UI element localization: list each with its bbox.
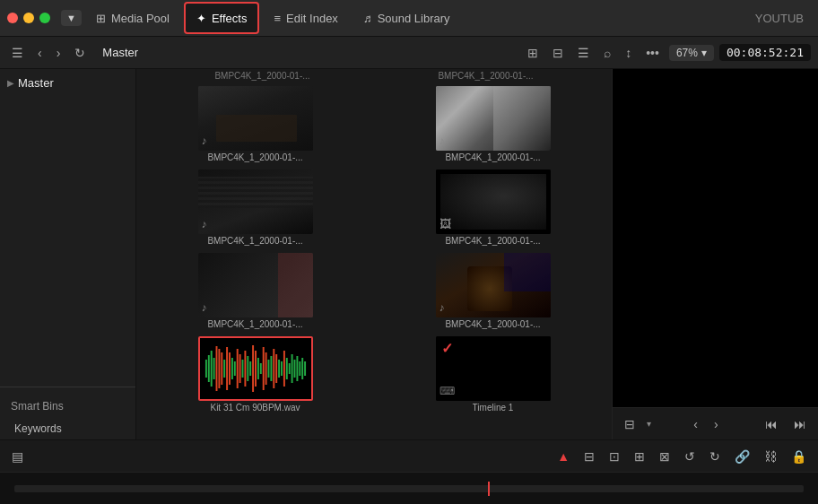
media-item-3[interactable]: ♪ BMPC4K_1_2000-01-... [136, 166, 374, 249]
thumbnail-2: ♪ [436, 86, 551, 151]
grid-view-btn[interactable]: ⊞ [523, 44, 543, 62]
insert-btn[interactable]: ⊟ [579, 448, 599, 465]
svg-rect-28 [278, 360, 280, 378]
media-item-2[interactable]: ♪ BMPC4K_1_2000-01-... [374, 83, 612, 166]
sound-library-label: Sound Library [378, 12, 450, 25]
tile-view-btn[interactable]: ⊟ [548, 44, 568, 62]
main-area: ▶ Master Smart Bins Keywords BMPC4K_1_20… [0, 69, 818, 439]
media-item-5[interactable]: ♪ BMPC4K_1_2000-01-... [136, 249, 374, 333]
audio-icon-6: ♪ [439, 301, 445, 314]
media-item-1[interactable]: ♪ BMPC4K_1_2000-01-... [136, 83, 374, 166]
svg-rect-10 [231, 358, 232, 379]
timeline-playhead [488, 482, 490, 496]
layout-btn[interactable]: ⊟ [620, 415, 640, 433]
tab-edit-index[interactable]: ≡ Edit Index [263, 2, 348, 34]
svg-rect-8 [226, 347, 228, 390]
film-strip-icon[interactable]: ▤ [7, 448, 28, 465]
tab-sound-library[interactable]: ♬ Sound Library [352, 2, 461, 34]
tab-media-pool[interactable]: ⊞ Media Pool [85, 2, 180, 34]
view-toggle-btn[interactable]: ☰ [7, 44, 28, 62]
file-header-row: BMPC4K_1_2000-01-... BMPC4K_1_2000-01-..… [136, 69, 612, 83]
svg-rect-24 [267, 360, 269, 378]
lift-btn[interactable]: ↺ [680, 448, 700, 465]
append-btn[interactable]: ⊠ [655, 448, 674, 465]
thumbnail-4: 🖼 [436, 169, 551, 234]
list-view-btn[interactable]: ☰ [573, 44, 594, 62]
svg-rect-7 [223, 360, 225, 378]
next-frame-btn[interactable]: › [709, 415, 723, 433]
svg-rect-27 [275, 354, 277, 383]
bottom-toolbar: ▤ ▲ ⊟ ⊡ ⊞ ⊠ ↺ ↻ 🔗 ⛓ 🔒 [0, 439, 818, 472]
timecode-display: 00:08:52:21 [719, 44, 811, 61]
audio-icon-2: ♪ [439, 135, 445, 147]
unlink-btn[interactable]: ⛓ [760, 448, 781, 465]
smart-bins-section: Smart Bins [0, 395, 135, 418]
svg-rect-11 [233, 361, 235, 376]
link-btn[interactable]: 🔗 [730, 448, 754, 465]
keywords-label: Keywords [14, 422, 62, 435]
bin-title: Master [102, 46, 138, 59]
replace-btn[interactable]: ⊞ [630, 448, 649, 465]
media-item-8[interactable]: ✓ ⌨ Timeline 1 [374, 333, 612, 416]
media-label-2: BMPC4K_1_2000-01-... [445, 152, 540, 162]
sidebar-master-item[interactable]: ▶ Master [0, 73, 135, 93]
prev-frame-btn[interactable]: ‹ [689, 415, 702, 433]
skip-back-btn[interactable]: ⏮ [761, 415, 782, 433]
preview-panel: ⊟ ▾ ‹ › ⏮ ⏭ [612, 69, 818, 439]
search-btn[interactable]: ⌕ [599, 44, 615, 62]
effects-icon: ✦ [196, 12, 206, 25]
svg-rect-18 [252, 345, 254, 392]
workspace-dropdown[interactable]: ▼ [61, 10, 82, 26]
svg-rect-33 [291, 354, 292, 383]
sync-btn[interactable]: ↻ [70, 44, 90, 62]
media-item-4[interactable]: 🖼 BMPC4K_1_2000-01-... [374, 166, 612, 249]
timeline-ruler[interactable] [14, 485, 804, 492]
cursor-tool-btn[interactable]: ▲ [553, 448, 574, 465]
thumbnail-6: ♪ [436, 253, 551, 317]
svg-rect-16 [247, 356, 248, 381]
nav-back-btn[interactable]: ‹ [33, 44, 47, 62]
svg-rect-23 [265, 352, 266, 385]
svg-rect-5 [218, 349, 220, 388]
sort-btn[interactable]: ↕ [621, 44, 636, 62]
zoom-control[interactable]: 67% ▾ [669, 45, 714, 61]
maximize-button[interactable] [39, 13, 50, 23]
svg-rect-19 [255, 351, 257, 387]
svg-rect-31 [285, 358, 287, 379]
media-item-7[interactable]: Kit 31 Cm 90BPM.wav [136, 333, 374, 416]
svg-rect-1 [207, 355, 209, 382]
window-controls [7, 13, 50, 23]
svg-rect-37 [301, 358, 303, 379]
media-label-5: BMPC4K_1_2000-01-... [207, 319, 302, 329]
extract-btn[interactable]: ↻ [705, 448, 725, 465]
sidebar-item-keywords[interactable]: Keywords [0, 418, 135, 439]
more-btn[interactable]: ••• [641, 44, 664, 62]
svg-rect-32 [288, 363, 290, 374]
close-button[interactable] [7, 13, 18, 23]
project-title: YOUTUB [755, 12, 804, 25]
top-bar: ▼ ⊞ Media Pool ✦ Effects ≡ Edit Index ♬ … [0, 0, 818, 37]
thumbnail-8: ✓ ⌨ [436, 336, 551, 401]
svg-rect-30 [283, 351, 284, 387]
media-item-6[interactable]: ♪ BMPC4K_1_2000-01-... [374, 249, 612, 333]
media-label-8: Timeline 1 [473, 403, 514, 413]
minimize-button[interactable] [23, 13, 34, 23]
skip-fwd-btn[interactable]: ⏭ [789, 415, 811, 433]
thumbnail-7 [198, 336, 313, 401]
sidebar-master-label: Master [18, 76, 54, 90]
second-toolbar: ☰ ‹ › ↻ Master ⊞ ⊟ ☰ ⌕ ↕ ••• 67% ▾ 00:08… [0, 37, 818, 69]
lock-btn[interactable]: 🔒 [787, 448, 811, 465]
waveform-display [200, 338, 311, 399]
svg-rect-22 [262, 347, 264, 390]
overwrite-btn[interactable]: ⊡ [605, 448, 624, 465]
smart-bins-label: Smart Bins [11, 400, 64, 413]
svg-rect-14 [241, 360, 243, 378]
svg-rect-6 [221, 352, 222, 385]
svg-rect-9 [229, 352, 231, 385]
thumbnail-1: ♪ [198, 86, 313, 151]
nav-forward-btn[interactable]: › [52, 44, 65, 62]
media-label-3: BMPC4K_1_2000-01-... [207, 236, 302, 246]
tab-effects[interactable]: ✦ Effects [184, 2, 260, 34]
media-label-7: Kit 31 Cm 90BPM.wav [210, 403, 300, 413]
effects-label: Effects [212, 12, 248, 25]
